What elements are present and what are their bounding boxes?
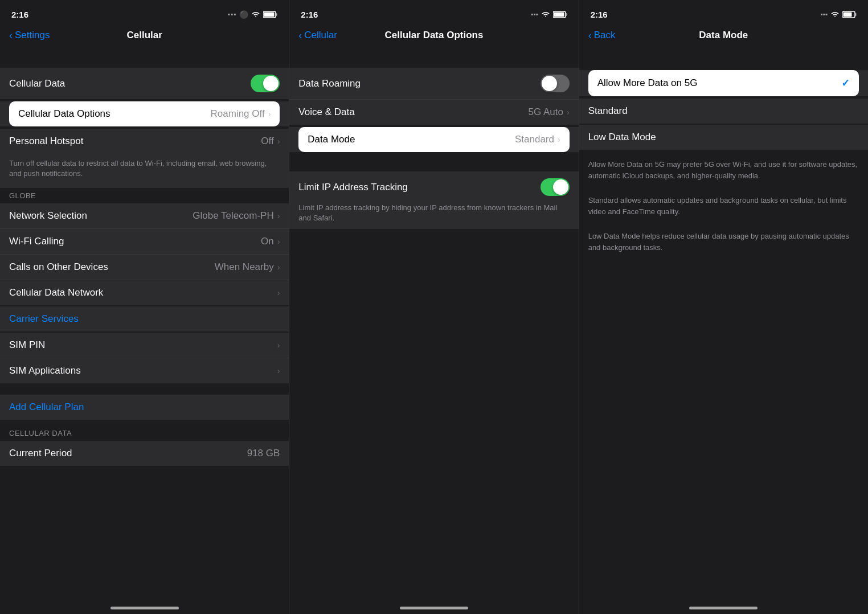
checkmark-icon: ✓ [841,77,850,89]
personal-hotspot-item[interactable]: Personal Hotspot Off › [0,129,289,154]
data-mode-item[interactable]: Data Mode Standard › [298,127,569,152]
globe-section-label: GLOBE [0,188,289,203]
voice-data-value: 5G Auto › [529,107,570,118]
cellular-data-network-item[interactable]: Cellular Data Network › [0,280,289,305]
add-plan-label[interactable]: Add Cellular Plan [9,402,84,413]
wifi-calling-chevron: › [277,237,280,246]
cellular-data-section-label: CELLULAR DATA [0,425,289,441]
back-label-2[interactable]: Cellular [304,30,337,41]
back-button-1[interactable]: ‹ Settings [9,30,50,42]
wifi-calling-item[interactable]: Wi-Fi Calling On › [0,229,289,255]
limit-tracking-label: Limit IP Address Tracking [298,182,408,193]
nav-title-3: Data Mode [699,30,748,41]
data-roaming-item[interactable]: Data Roaming [289,68,578,100]
status-time-2: 2:16 [301,10,318,19]
current-period-item: Current Period 918 GB [0,441,289,466]
back-button-2[interactable]: ‹ Cellular [298,30,337,42]
wifi-calling-label: Wi-Fi Calling [9,236,64,247]
standard-card: Standard [579,99,868,124]
back-button-3[interactable]: ‹ Back [588,30,616,42]
voice-data-item[interactable]: Voice & Data 5G Auto › [289,100,578,125]
sim-apps-label: SIM Applications [9,365,81,376]
sim-apps-item[interactable]: SIM Applications › [0,358,289,383]
current-period-card: Current Period 918 GB [0,441,289,466]
carrier-services-label[interactable]: Carrier Services [9,313,79,325]
spacer-2 [0,383,289,395]
data-mode-text: Standard [515,134,554,145]
current-period-value: 918 GB [247,448,280,459]
limit-tracking-item[interactable]: Limit IP Address Tracking [289,171,578,203]
cellular-data-options-value: Roaming Off › [211,108,271,120]
hotspot-label: Personal Hotspot [9,136,83,147]
hotspot-off-text: Off [261,136,273,147]
sim-pin-item[interactable]: SIM PIN › [0,333,289,358]
cellular-data-label: Cellular Data [9,78,65,89]
sim-card: SIM PIN › SIM Applications › [0,333,289,383]
cellular-data-network-value: › [277,288,280,297]
hotspot-value: Off › [261,136,280,147]
low-data-item[interactable]: Low Data Mode [579,125,868,150]
add-plan-card: Add Cellular Plan [0,395,289,420]
back-chevron-2: ‹ [298,30,302,42]
status-bar-3: 2:16 ▪▪▪ [579,0,868,25]
cellular-data-network-label: Cellular Data Network [9,287,103,298]
options-group: Cellular Data Options Roaming Off › [0,101,289,126]
home-indicator-3 [579,595,868,614]
voice-data-label: Voice & Data [298,107,354,118]
wifi-icon-3 [830,11,840,18]
cellular-data-item[interactable]: Cellular Data [0,68,289,99]
limit-tracking-sublabel: Limit IP address tracking by hiding your… [289,203,578,229]
signal-icon-2: ▪▪▪ [531,10,538,18]
svg-rect-8 [855,13,856,16]
panel-cellular-data-options: 2:16 ▪▪▪ ‹ Cellular Cellular Data Option… [289,0,579,614]
nav-header-1: ‹ Settings Cellular [0,25,289,48]
globe-card: Network Selection Globe Telecom-PH › Wi-… [0,203,289,305]
panel-data-mode: 2:16 ▪▪▪ ‹ Back Data Mode Al [579,0,868,614]
status-icons-3: ▪▪▪ [820,10,857,18]
cellular-data-toggle[interactable] [251,75,280,92]
status-time-3: 2:16 [591,10,608,19]
svg-rect-7 [843,12,851,17]
battery-icon-2 [553,11,567,18]
content-2: Data Roaming Voice & Data 5G Auto › Data… [289,48,578,595]
desc-low-data: Low Data Mode helps reduce cellular data… [579,227,868,260]
network-selection-item[interactable]: Network Selection Globe Telecom-PH › [0,203,289,229]
low-data-label: Low Data Mode [588,132,656,143]
allow-more-data-item[interactable]: Allow More Data on 5G ✓ [588,70,859,96]
limit-tracking-toggle[interactable] [541,178,570,196]
data-mode-label: Data Mode [308,134,355,145]
wifi-calling-text: On [261,236,274,247]
status-bar-2: 2:16 ▪▪▪ [289,0,578,25]
status-time-1: 2:16 [11,10,28,19]
sim-apps-value: › [277,366,280,375]
roaming-off-text: Roaming Off [211,108,265,120]
options-chevron: › [268,109,271,118]
carrier-services-card: Carrier Services [0,306,289,331]
standard-item[interactable]: Standard [579,99,868,124]
signal-icon-3: ▪▪▪ [820,10,828,18]
svg-rect-1 [264,12,275,17]
carrier-services-item[interactable]: Carrier Services [0,306,289,331]
cellular-data-options-item[interactable]: Cellular Data Options Roaming Off › [9,101,280,126]
desc-standard: Standard allows automatic updates and ba… [579,191,868,224]
roaming-toggle-thumb [542,76,557,91]
back-chevron-3: ‹ [588,30,592,42]
back-label-3[interactable]: Back [594,30,616,41]
svg-rect-4 [554,12,564,17]
calls-other-text: When Nearby [215,261,274,273]
allow-more-data-group: Allow More Data on 5G ✓ [579,70,868,96]
content-3: Allow More Data on 5G ✓ Standard Low Dat… [579,48,868,595]
data-roaming-toggle[interactable] [541,75,570,92]
back-label-1[interactable]: Settings [15,30,50,41]
calls-other-item[interactable]: Calls on Other Devices When Nearby › [0,255,289,280]
desc-allow-more: Allow More Data on 5G may prefer 5G over… [579,155,868,188]
tracking-toggle-thumb [553,179,568,195]
network-selection-label: Network Selection [9,210,87,222]
add-plan-item[interactable]: Add Cellular Plan [0,395,289,420]
calls-other-value: When Nearby › [215,261,280,273]
sim-pin-value: › [277,341,280,350]
content-1: Cellular Data Cellular Data Options Roam… [0,48,289,595]
home-bar-3 [689,607,758,609]
data-roaming-label: Data Roaming [298,78,361,89]
cellular-sublabel: Turn off cellular data to restrict all d… [0,154,289,188]
